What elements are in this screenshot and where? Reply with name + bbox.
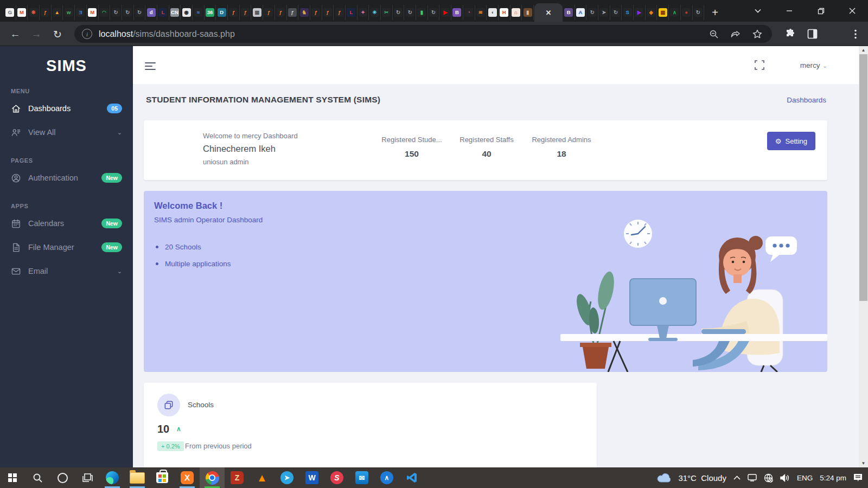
setting-button[interactable]: ⚙ Setting bbox=[767, 132, 815, 150]
sidebar-item-authentication[interactable]: AuthenticationNew bbox=[0, 166, 133, 190]
tray-expand-icon[interactable] bbox=[733, 476, 741, 480]
browser-profile-avatar[interactable] bbox=[827, 27, 841, 41]
pinned-tab[interactable]: ↻ bbox=[134, 5, 146, 20]
banner-bullet[interactable]: 20 Schools bbox=[156, 243, 231, 251]
taskbar-app-vlc[interactable]: ▲ bbox=[250, 467, 275, 488]
pinned-tab[interactable]: G bbox=[4, 5, 16, 20]
pinned-tab[interactable]: D bbox=[216, 5, 228, 20]
taskbar-app-red-app[interactable]: S bbox=[324, 467, 349, 488]
address-bar[interactable]: i localhost/sims/dashboard-saas.php bbox=[74, 25, 772, 43]
pinned-tab[interactable]: ↻ bbox=[586, 5, 598, 20]
fullscreen-icon[interactable] bbox=[755, 60, 764, 70]
url-text[interactable]: localhost/sims/dashboard-saas.php bbox=[99, 29, 235, 39]
pinned-tab[interactable]: ◆ bbox=[646, 5, 658, 20]
pinned-tab[interactable]: ƒ bbox=[40, 5, 52, 20]
pinned-tab[interactable]: ↻ bbox=[693, 5, 705, 20]
pinned-tab[interactable]: w bbox=[63, 5, 75, 20]
maximize-button[interactable] bbox=[805, 0, 837, 22]
active-tab[interactable]: ✕ bbox=[534, 3, 563, 22]
pinned-tab[interactable]: ▦ bbox=[251, 5, 263, 20]
taskbar-app-xampp[interactable]: ⵝ bbox=[175, 467, 200, 488]
share-icon[interactable] bbox=[729, 27, 743, 41]
pinned-tab[interactable]: S bbox=[622, 5, 634, 20]
site-info-icon[interactable]: i bbox=[82, 29, 92, 39]
weather-temp[interactable]: 31°C Cloudy bbox=[678, 473, 726, 483]
pinned-tab[interactable]: d bbox=[145, 5, 157, 20]
breadcrumb[interactable]: Dashboards bbox=[787, 96, 826, 104]
network-globe-icon[interactable] bbox=[764, 473, 773, 483]
pinned-tab[interactable]: ❋ bbox=[28, 5, 40, 20]
pinned-tab[interactable]: B bbox=[563, 5, 575, 20]
pinned-tab[interactable]: ↻ bbox=[610, 5, 622, 20]
side-panel-icon[interactable] bbox=[805, 27, 819, 41]
cortana-icon[interactable] bbox=[50, 467, 75, 488]
scroll-up-icon[interactable]: ▲ bbox=[859, 46, 868, 54]
pinned-tab[interactable]: ✳ bbox=[369, 5, 381, 20]
pinned-tab[interactable]: ◠ bbox=[99, 5, 111, 20]
start-button[interactable] bbox=[0, 467, 25, 488]
zoom-out-icon[interactable] bbox=[707, 27, 721, 41]
menu-toggle-icon[interactable] bbox=[145, 60, 156, 72]
pinned-tab[interactable]: 36 bbox=[205, 5, 216, 20]
volume-icon[interactable] bbox=[780, 474, 790, 482]
new-tab-button[interactable]: + bbox=[707, 5, 723, 20]
pinned-tab[interactable]: CN bbox=[169, 5, 181, 20]
user-menu[interactable]: mercy⌄ bbox=[800, 61, 827, 69]
taskbar-app-edge[interactable] bbox=[100, 467, 125, 488]
pinned-tab[interactable]: ▲ bbox=[52, 5, 63, 20]
pinned-tab[interactable]: ↻ bbox=[122, 5, 134, 20]
action-center-icon[interactable] bbox=[853, 473, 863, 482]
pinned-tab[interactable]: ↻ bbox=[110, 5, 122, 20]
pinned-tab[interactable]: ≈ bbox=[193, 5, 205, 20]
taskbar-app-mail[interactable]: ✉ bbox=[349, 467, 374, 488]
taskbar-app-telegram[interactable]: ➤ bbox=[275, 467, 299, 488]
pinned-tab[interactable]: ♞ bbox=[298, 5, 310, 20]
pinned-tab[interactable]: ƒ bbox=[310, 5, 322, 20]
pinned-tab[interactable]: ▮ bbox=[522, 5, 534, 20]
pinned-tab[interactable]: ✂ bbox=[381, 5, 393, 20]
pinned-tab[interactable]: ∧ bbox=[669, 5, 681, 20]
search-icon[interactable] bbox=[25, 467, 50, 488]
pinned-tab[interactable]: ◉ bbox=[181, 5, 193, 20]
pinned-tab[interactable]: ↻ bbox=[404, 5, 416, 20]
pinned-tab[interactable]: ↻ bbox=[428, 5, 440, 20]
pinned-tab[interactable]: ▦ bbox=[657, 5, 669, 20]
pinned-tab[interactable]: ƒ bbox=[263, 5, 275, 20]
language-indicator[interactable]: ENG bbox=[797, 474, 813, 482]
scroll-down-icon[interactable]: ▼ bbox=[859, 459, 868, 467]
sidebar-item-dashboards[interactable]: Dashboards05 bbox=[0, 97, 133, 120]
pinned-tab[interactable]: ✦ bbox=[358, 5, 369, 20]
page-scrollbar[interactable]: ▲ ▼ bbox=[859, 46, 868, 467]
taskbar-app-zotero[interactable]: Z bbox=[225, 467, 250, 488]
pinned-tab[interactable]: ▶ bbox=[634, 5, 646, 20]
pinned-tab[interactable]: L bbox=[157, 5, 169, 20]
user-avatar[interactable] bbox=[773, 56, 792, 74]
pinned-tab[interactable]: ◖ bbox=[487, 5, 499, 20]
pinned-tab[interactable]: ↻ bbox=[393, 5, 405, 20]
pinned-tab[interactable]: ● bbox=[681, 5, 693, 20]
pinned-tab[interactable]: ƒ bbox=[322, 5, 334, 20]
close-window-button[interactable] bbox=[837, 0, 868, 22]
pinned-tab[interactable]: H bbox=[499, 5, 510, 20]
clock-time[interactable]: 5:24 pm bbox=[820, 474, 846, 482]
reload-button[interactable]: ↻ bbox=[50, 27, 65, 42]
extensions-icon[interactable] bbox=[783, 27, 797, 41]
taskbar-app-chrome[interactable] bbox=[200, 467, 225, 488]
tab-search-icon[interactable] bbox=[742, 0, 774, 22]
task-view-icon[interactable] bbox=[75, 467, 100, 488]
pinned-tab[interactable]: Ǝ bbox=[75, 5, 87, 20]
bookmark-star-icon[interactable] bbox=[750, 27, 764, 41]
back-button[interactable]: ← bbox=[8, 27, 23, 42]
taskbar-app-explorer[interactable] bbox=[125, 467, 150, 488]
taskbar-app-vscode[interactable] bbox=[399, 467, 424, 488]
taskbar-app-store[interactable] bbox=[150, 467, 175, 488]
pinned-tab[interactable]: M bbox=[87, 5, 99, 20]
app-logo[interactable]: SIMS bbox=[0, 46, 133, 75]
pinned-tab[interactable]: L bbox=[346, 5, 358, 20]
pinned-tab[interactable]: A bbox=[575, 5, 587, 20]
pinned-tab[interactable]: B bbox=[451, 5, 463, 20]
sidebar-item-file-manager[interactable]: File ManagerNew bbox=[0, 235, 133, 259]
pinned-tab[interactable]: ƒ bbox=[240, 5, 252, 20]
pinned-tab[interactable]: ≋ bbox=[475, 5, 487, 20]
pinned-tab[interactable]: ◔ bbox=[463, 5, 475, 20]
